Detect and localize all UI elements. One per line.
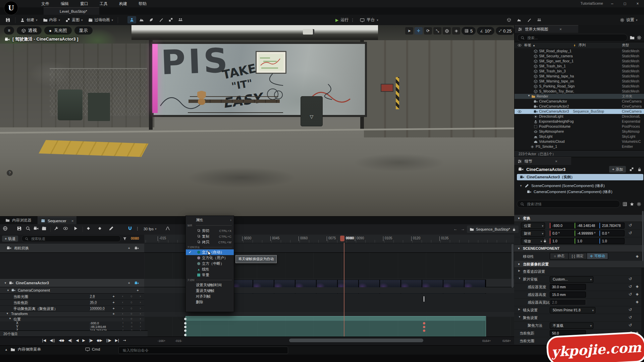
content-drawer-button[interactable]: ▲ 内容侧滑菜单 (5, 347, 41, 352)
focus-settings-row[interactable]: ▼ 聚焦设置 ↺ (514, 314, 641, 322)
foliage-mode-icon[interactable] (147, 16, 156, 23)
outliner-settings-icon[interactable] (637, 35, 642, 40)
transform-track[interactable]: ▼ Transform + ‹○› (0, 312, 144, 317)
keyframe-dot[interactable] (423, 326, 425, 328)
view-tracking-row[interactable]: ▶ 查看追踪设置 (514, 268, 641, 276)
scale-snap-control[interactable]: ⤢0.25 (496, 27, 514, 35)
platforms-label[interactable]: 平台 (367, 17, 375, 23)
camera-icon[interactable] (135, 246, 139, 250)
table-row[interactable]: SM_Warning_tape_haStaticMesh (515, 74, 644, 79)
menu-item-cut[interactable]: 剪切CTRL+X (186, 228, 234, 234)
add-key-icon[interactable]: + (113, 312, 115, 316)
key-nav[interactable]: ‹○› (122, 317, 141, 320)
back-icon[interactable]: ← (453, 227, 458, 231)
keyframe-icon[interactable]: ◈ (636, 284, 639, 289)
surface-snap-icon[interactable] (452, 27, 460, 35)
key-nav[interactable]: ‹○› (122, 312, 141, 315)
table-row[interactable]: ExponentialHeightFogExponential (515, 119, 644, 124)
table-row-folder[interactable]: ▼ Render文件夹 (515, 94, 644, 99)
focus-distance-track[interactable]: 手动聚焦距离（聚焦设置） 100000.0 + ‹○› (0, 306, 144, 312)
playback-options-icon[interactable] (73, 226, 78, 231)
add-key-icon[interactable]: + (113, 300, 115, 304)
rotation-z-field[interactable]: 0.0 ° (599, 230, 625, 236)
viewport-options-icon[interactable]: ≡ (4, 26, 14, 35)
key-nav[interactable]: ‹○› (122, 294, 141, 298)
location-dropdown[interactable]: 位置▾ (521, 223, 545, 229)
table-row[interactable]: SM_Trash_bin_3StaticMesh (515, 69, 644, 74)
menu-item-rekey[interactable]: 重设关键帧 (186, 288, 234, 294)
table-row[interactable]: SkyLightSkyLight (515, 134, 644, 139)
scale-lock-icon[interactable] (543, 239, 547, 243)
scale-z-field[interactable]: 1.0 (599, 238, 625, 244)
menu-item-snap-to-frame[interactable]: 对齐到帧 (186, 294, 234, 299)
scene-component-node[interactable]: ▼ SceneComponent (SceneComponent) (继承) (520, 183, 605, 188)
play-options-icon[interactable]: ⋮ (351, 18, 355, 22)
focus-method-dropdown[interactable]: 不重载▾ (550, 322, 593, 329)
keyframe-dot[interactable] (184, 318, 186, 320)
column-sequence[interactable]: 序列 (579, 43, 586, 48)
menu-window[interactable]: 窗口 (74, 0, 94, 7)
menu-edit[interactable]: 编辑 (55, 0, 74, 7)
animation-mode-icon[interactable] (176, 16, 185, 23)
close-icon[interactable]: × (555, 159, 557, 163)
keyframe-dot[interactable] (423, 322, 425, 324)
table-row[interactable]: S_Wooden_Toy_Bear,StaticMesh (515, 89, 644, 94)
perspective-selector[interactable]: 透视 (17, 26, 42, 35)
reset-icon[interactable]: ↺ (629, 277, 632, 281)
menu-help[interactable]: 帮助 (133, 0, 152, 7)
outliner-tab[interactable]: 世界大纲视图 × (515, 25, 578, 33)
sensor-height-field[interactable]: 15.0 mm (550, 292, 586, 298)
angle-snap-control[interactable]: ∠10° (477, 27, 494, 35)
jump-end-button[interactable]: ▶| (115, 338, 119, 343)
playhead-line[interactable] (344, 243, 344, 343)
keyframe-dot[interactable] (423, 329, 425, 332)
details-settings-icon[interactable] (637, 202, 641, 206)
cinematics-button[interactable]: 过场动画▾ (86, 15, 116, 25)
lock-icon[interactable] (637, 167, 642, 172)
next-key-button[interactable]: ◆▶ (97, 338, 102, 343)
eye-icon[interactable] (518, 43, 522, 47)
details-tab[interactable]: 细节 × (514, 157, 571, 165)
pilot-camera-icon[interactable] (135, 281, 139, 285)
create-button[interactable]: 创建▾ (17, 15, 40, 25)
camera-component-node[interactable]: CameraComponent (CameraComponent) (继承) (527, 189, 612, 194)
play-icon[interactable]: ▶ (335, 18, 338, 22)
sequence-breadcrumb[interactable]: Sequence_BusStop* (467, 226, 519, 233)
create-camera-icon[interactable] (34, 226, 39, 231)
table-row-selected[interactable]: CineCameraActor3 Sequence_BusStop CineCa… (515, 109, 644, 114)
move-tool-icon[interactable]: ✛ (415, 27, 423, 35)
modeling-mode-icon[interactable] (166, 16, 175, 23)
viewport[interactable]: PIS TAKE "IT" EASY ▽ ≡ 透视 (0, 25, 514, 216)
favorites-icon[interactable] (630, 202, 634, 206)
view-mode-selector[interactable]: ●无光照 (44, 26, 72, 35)
menu-item-delete[interactable]: 删除 (186, 299, 234, 305)
filter-icon[interactable] (123, 237, 127, 241)
prev-key-button[interactable]: ◀◆ (59, 338, 64, 343)
component-track[interactable]: ▼ CameraComponent + (0, 287, 144, 294)
sensor-width-field[interactable]: 30.0 mm (550, 284, 586, 290)
landscape-mode-icon[interactable] (137, 16, 146, 23)
location-x-field[interactable]: -930.0 (550, 223, 575, 229)
track-search-input[interactable] (21, 235, 121, 242)
location-z-field[interactable]: 218.783478 (599, 223, 625, 229)
reset-icon[interactable]: ↺ (629, 315, 632, 320)
new-folder-icon[interactable] (630, 35, 635, 40)
menu-item-duplicate[interactable]: 拷贝CTRL+W (186, 239, 234, 245)
play-button[interactable]: ▶ (83, 338, 85, 343)
actions-icon[interactable] (54, 226, 59, 231)
step-back-button[interactable]: ◀|| (50, 338, 55, 343)
quick-tool-4-icon[interactable] (535, 16, 543, 23)
select-tool-icon[interactable]: ➤ (405, 27, 413, 35)
add-icon[interactable]: + (137, 288, 139, 292)
browse-icon[interactable] (629, 167, 634, 172)
scale-tool-icon[interactable]: ⤡ (433, 27, 441, 35)
mobility-stationary-button[interactable]: [·]固定 (568, 253, 587, 259)
platforms-icon[interactable] (360, 18, 365, 22)
world-space-icon[interactable] (443, 27, 451, 35)
table-row[interactable]: SkyAtmosphereSkyAtmosp (515, 129, 644, 134)
table-row[interactable]: PostProcessVolumePostProces (515, 124, 644, 129)
quick-tool-2-icon[interactable] (515, 16, 523, 23)
focal-track[interactable]: 当前焦距 35.0 + ‹○› (0, 300, 144, 306)
forward-icon[interactable]: → (461, 227, 465, 231)
view-options-icon[interactable] (63, 226, 68, 231)
